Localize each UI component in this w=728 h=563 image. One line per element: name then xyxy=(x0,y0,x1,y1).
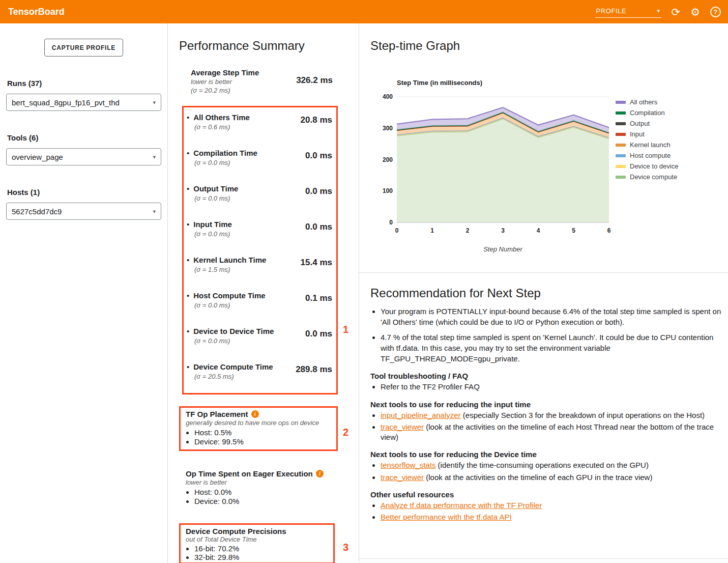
legend-swatch-icon xyxy=(616,133,626,136)
info-icon[interactable]: i xyxy=(316,470,324,477)
capture-profile-button[interactable]: CAPTURE PROFILE xyxy=(44,39,123,57)
hosts-select[interactable]: 5627c5dd7dc9 ▾ xyxy=(6,203,161,220)
legend-label: Input xyxy=(630,130,645,138)
tools-select-value: overview_page xyxy=(12,153,63,161)
metric-value: 0.0 ms xyxy=(305,222,332,232)
performance-summary-panel: Performance Summary Average Step Time lo… xyxy=(168,23,359,563)
recommendation-item: trace_viewer (look at the activities on … xyxy=(381,422,724,443)
metric-value: 0.1 ms xyxy=(305,293,332,303)
legend-label: Host compute xyxy=(630,152,671,159)
sidebar: CAPTURE PROFILE Runs (37) bert_squad_8gp… xyxy=(0,23,168,563)
performance-summary-title: Performance Summary xyxy=(179,39,305,53)
recommendation-section-list: input_pipeline_analyzer (especially Sect… xyxy=(370,410,724,443)
legend-label: All others xyxy=(630,98,657,106)
legend-swatch-icon xyxy=(616,144,626,147)
step-time-chart-svg: 01002003004000123456 xyxy=(376,93,616,241)
hosts-select-value: 5627c5dd7dc9 xyxy=(12,207,62,216)
legend-item: Output xyxy=(616,118,678,129)
chart-axis-title: Step Time (in milliseconds) xyxy=(397,79,482,87)
info-icon[interactable]: i xyxy=(251,410,259,418)
chevron-down-icon: ▾ xyxy=(153,208,156,215)
metric-label: Input Time xyxy=(193,220,232,229)
chevron-down-icon: ▾ xyxy=(153,99,156,106)
metric-row: Input Time(σ = 0.0 ms)0.0 ms xyxy=(184,214,336,250)
recommendation-item: tensorflow_stats (identify the time-cons… xyxy=(381,460,724,470)
recommendation-link[interactable]: Analyze tf.data performance with the TF … xyxy=(381,501,542,510)
annotation-number-1: 1 xyxy=(343,324,348,335)
legend-label: Compilation xyxy=(630,109,665,117)
device-compute-precisions-note: out of Total Device Time xyxy=(186,536,328,543)
recommendation-item-text: (especially Section 3 for the breakdown … xyxy=(461,411,705,419)
gear-icon: ⚙ xyxy=(690,6,700,18)
device-compute-precisions-title: Device Compute Precisions xyxy=(186,527,328,536)
step-time-graph-panel: Step-time Graph Step Time (in millisecon… xyxy=(359,23,728,563)
recommendation-sections: Tool troubleshooting / FAQRefer to the T… xyxy=(370,372,724,522)
device-compute-precisions-list: 16-bit: 70.2%32-bit: 29.8% xyxy=(186,544,328,561)
runs-select[interactable]: bert_squad_8gpu_fp16_pvt_thd ▾ xyxy=(6,94,161,111)
chevron-down-icon: ▾ xyxy=(657,8,660,14)
svg-text:5: 5 xyxy=(572,227,575,234)
recommendation-item-text: (look at the activities on the timeline … xyxy=(381,423,714,441)
list-item: Device: 99.5% xyxy=(194,437,331,446)
recommendation-link[interactable]: trace_viewer xyxy=(381,473,424,482)
metric-row: Device Compute Time(σ = 20.5 ms)289.8 ms xyxy=(184,357,336,392)
recommendation-item: Better performance with the tf.data API xyxy=(381,512,724,522)
legend-label: Output xyxy=(630,120,650,127)
help-button[interactable]: ? xyxy=(710,7,721,17)
tf-op-placement-note: generally desired to have more ops on de… xyxy=(186,419,331,427)
recommendation-item-text: (identify the time-consuming operations … xyxy=(435,461,649,469)
app-title: TensorBoard xyxy=(8,7,65,17)
legend-swatch-icon xyxy=(616,101,626,104)
recommendation-section-heading: Other useful resources xyxy=(370,490,724,499)
svg-text:400: 400 xyxy=(383,93,393,100)
metric-row: Host Compute Time(σ = 0.0 ms)0.1 ms xyxy=(184,286,336,321)
legend-item: Kernel launch xyxy=(616,139,678,150)
metric-label: Kernel Launch Time xyxy=(193,256,266,264)
legend-item: All others xyxy=(616,97,678,107)
legend-label: Device compute xyxy=(630,173,677,181)
metrics-list: All Others Time(σ = 0.6 ms)20.8 msCompil… xyxy=(184,107,336,392)
legend-item: Compilation xyxy=(616,107,678,118)
legend-swatch-icon xyxy=(616,122,626,125)
annotation-box-2: TF Op Placementi generally desired to ha… xyxy=(179,406,338,451)
step-time-graph-title: Step-time Graph xyxy=(370,39,460,53)
metric-value: 20.8 ms xyxy=(301,115,332,125)
average-step-time: Average Step Time lower is better (σ = 2… xyxy=(191,68,333,94)
eager-execution-block: Op Time Spent on Eager Executioni lower … xyxy=(179,467,338,506)
recommendation-link[interactable]: tensorflow_stats xyxy=(381,461,435,469)
eager-execution-title-text: Op Time Spent on Eager Execution xyxy=(186,469,313,478)
legend-item: Input xyxy=(616,129,678,139)
recommendation-link[interactable]: Better performance with the tf.data API xyxy=(381,513,512,521)
recommendation-link[interactable]: trace_viewer xyxy=(381,423,424,431)
settings-button[interactable]: ⚙ xyxy=(690,7,700,17)
annotation-number-3: 3 xyxy=(343,542,348,553)
reload-button[interactable]: ⟳ xyxy=(672,7,681,17)
average-step-time-sigma: (σ = 20.2 ms) xyxy=(191,87,333,94)
recommendation-item-text: Refer to the TF2 Profiler FAQ xyxy=(381,382,480,391)
reload-icon: ⟳ xyxy=(672,6,681,18)
recommendation-item: Refer to the TF2 Profiler FAQ xyxy=(381,382,724,392)
metric-row: Output Time(σ = 0.0 ms)0.0 ms xyxy=(184,179,336,214)
svg-text:0: 0 xyxy=(389,219,393,226)
metric-row: Compilation Time(σ = 0.0 ms)0.0 ms xyxy=(184,143,336,179)
chart-x-axis-label: Step Number xyxy=(397,245,609,253)
legend-item: Device to device xyxy=(616,161,678,172)
recommendation-title: Recommendation for Next Step xyxy=(370,286,724,300)
metric-label: Device Compute Time xyxy=(193,362,273,371)
list-item: 32-bit: 29.8% xyxy=(194,553,328,561)
dashboard-selector[interactable]: PROFILE ▾ xyxy=(595,6,661,18)
list-item: Host: 0.5% xyxy=(194,428,331,437)
metric-value: 15.4 ms xyxy=(301,258,332,268)
metric-value: 0.0 ms xyxy=(305,186,332,196)
legend-swatch-icon xyxy=(616,154,626,157)
tools-select[interactable]: overview_page ▾ xyxy=(6,148,161,165)
recommendation-item: trace_viewer (look at the activities on … xyxy=(381,472,724,483)
average-step-time-value: 326.2 ms xyxy=(296,75,333,86)
tf-op-placement-title: TF Op Placementi xyxy=(186,410,331,419)
step-time-chart[interactable]: 01002003004000123456 xyxy=(376,93,616,241)
legend-item: Host compute xyxy=(616,150,678,161)
legend-label: Device to device xyxy=(630,162,678,170)
metric-label: All Others Time xyxy=(193,113,250,122)
recommendation-link[interactable]: input_pipeline_analyzer xyxy=(381,411,461,419)
recommendation-section-heading: Next tools to use for reducing the Devic… xyxy=(370,450,724,459)
